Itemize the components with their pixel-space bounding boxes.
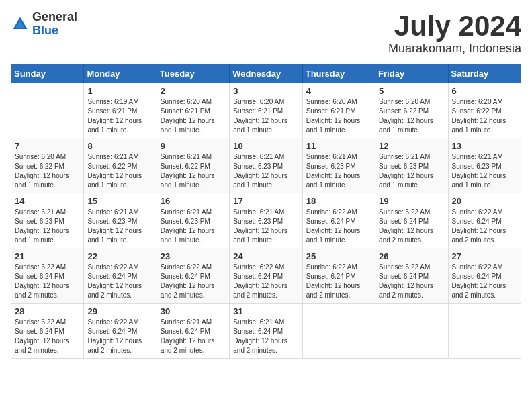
- day-info: Sunrise: 6:20 AMSunset: 6:22 PMDaylight:…: [15, 152, 80, 190]
- weekday-header-thursday: Thursday: [302, 64, 375, 83]
- day-number: 20: [452, 196, 517, 206]
- calendar-cell: 17Sunrise: 6:21 AMSunset: 6:23 PMDayligh…: [230, 193, 302, 248]
- day-number: 18: [306, 196, 371, 206]
- calendar-cell: 25Sunrise: 6:22 AMSunset: 6:24 PMDayligh…: [302, 248, 375, 304]
- day-number: 5: [379, 86, 444, 96]
- calendar-cell: 12Sunrise: 6:21 AMSunset: 6:23 PMDayligh…: [375, 138, 448, 193]
- day-info: Sunrise: 6:20 AMSunset: 6:22 PMDaylight:…: [379, 97, 444, 135]
- day-number: 2: [161, 86, 226, 96]
- calendar-cell: 13Sunrise: 6:21 AMSunset: 6:23 PMDayligh…: [448, 138, 521, 193]
- day-number: 29: [87, 306, 152, 316]
- day-number: 27: [452, 251, 517, 261]
- day-info: Sunrise: 6:22 AMSunset: 6:24 PMDaylight:…: [452, 263, 517, 300]
- weekday-header-monday: Monday: [84, 64, 157, 83]
- day-info: Sunrise: 6:22 AMSunset: 6:24 PMDaylight:…: [233, 263, 298, 300]
- day-number: 28: [15, 306, 80, 316]
- day-number: 19: [379, 196, 444, 206]
- day-info: Sunrise: 6:21 AMSunset: 6:24 PMDaylight:…: [161, 318, 226, 355]
- day-info: Sunrise: 6:20 AMSunset: 6:22 PMDaylight:…: [452, 97, 517, 135]
- day-info: Sunrise: 6:21 AMSunset: 6:23 PMDaylight:…: [161, 208, 226, 245]
- calendar-cell: 31Sunrise: 6:21 AMSunset: 6:24 PMDayligh…: [230, 304, 302, 359]
- day-info: Sunrise: 6:22 AMSunset: 6:24 PMDaylight:…: [306, 263, 371, 300]
- logo-blue-text: Blue: [32, 24, 77, 38]
- calendar-cell: 14Sunrise: 6:21 AMSunset: 6:23 PMDayligh…: [11, 193, 84, 248]
- day-number: 17: [233, 196, 298, 206]
- calendar-cell: 8Sunrise: 6:21 AMSunset: 6:22 PMDaylight…: [84, 138, 157, 193]
- day-info: Sunrise: 6:22 AMSunset: 6:24 PMDaylight:…: [452, 208, 517, 245]
- day-number: 9: [161, 141, 226, 151]
- day-number: 10: [233, 141, 298, 151]
- calendar-cell: 1Sunrise: 6:19 AMSunset: 6:21 PMDaylight…: [84, 83, 157, 138]
- day-info: Sunrise: 6:22 AMSunset: 6:24 PMDaylight:…: [87, 263, 152, 300]
- weekday-header-friday: Friday: [375, 64, 448, 83]
- day-number: 8: [87, 141, 152, 151]
- day-number: 21: [15, 251, 80, 261]
- day-info: Sunrise: 6:20 AMSunset: 6:21 PMDaylight:…: [233, 97, 298, 135]
- day-number: 30: [161, 306, 226, 316]
- calendar-cell: 3Sunrise: 6:20 AMSunset: 6:21 PMDaylight…: [230, 83, 302, 138]
- calendar-cell: 24Sunrise: 6:22 AMSunset: 6:24 PMDayligh…: [230, 248, 302, 304]
- day-number: 15: [87, 196, 152, 206]
- day-info: Sunrise: 6:19 AMSunset: 6:21 PMDaylight:…: [87, 97, 152, 135]
- calendar-cell: [375, 304, 448, 359]
- weekday-header-saturday: Saturday: [448, 64, 521, 83]
- day-info: Sunrise: 6:21 AMSunset: 6:23 PMDaylight:…: [452, 152, 517, 190]
- calendar-header-row: SundayMondayTuesdayWednesdayThursdayFrid…: [11, 64, 521, 83]
- calendar-cell: 21Sunrise: 6:22 AMSunset: 6:24 PMDayligh…: [11, 248, 84, 304]
- month-year-title: July 2024: [388, 11, 521, 42]
- day-number: 22: [87, 251, 152, 261]
- day-number: 14: [15, 196, 80, 206]
- day-info: Sunrise: 6:20 AMSunset: 6:21 PMDaylight:…: [306, 97, 371, 135]
- calendar-cell: [11, 83, 84, 138]
- day-number: 4: [306, 86, 371, 96]
- calendar-cell: [302, 304, 375, 359]
- calendar-week-2: 7Sunrise: 6:20 AMSunset: 6:22 PMDaylight…: [11, 138, 521, 193]
- day-number: 31: [233, 306, 298, 316]
- day-number: 23: [161, 251, 226, 261]
- calendar-cell: 9Sunrise: 6:21 AMSunset: 6:22 PMDaylight…: [157, 138, 229, 193]
- location-subtitle: Muarakomam, Indonesia: [388, 42, 521, 56]
- calendar-cell: 4Sunrise: 6:20 AMSunset: 6:21 PMDaylight…: [302, 83, 375, 138]
- day-info: Sunrise: 6:22 AMSunset: 6:24 PMDaylight:…: [306, 208, 371, 245]
- calendar-cell: 16Sunrise: 6:21 AMSunset: 6:23 PMDayligh…: [157, 193, 229, 248]
- calendar-cell: 28Sunrise: 6:22 AMSunset: 6:24 PMDayligh…: [11, 304, 84, 359]
- day-info: Sunrise: 6:22 AMSunset: 6:24 PMDaylight:…: [379, 208, 444, 245]
- day-info: Sunrise: 6:20 AMSunset: 6:21 PMDaylight:…: [161, 97, 226, 135]
- day-info: Sunrise: 6:21 AMSunset: 6:23 PMDaylight:…: [233, 152, 298, 190]
- calendar-week-3: 14Sunrise: 6:21 AMSunset: 6:23 PMDayligh…: [11, 193, 521, 248]
- calendar-cell: 5Sunrise: 6:20 AMSunset: 6:22 PMDaylight…: [375, 83, 448, 138]
- calendar-table: SundayMondayTuesdayWednesdayThursdayFrid…: [11, 64, 521, 359]
- calendar-cell: 27Sunrise: 6:22 AMSunset: 6:24 PMDayligh…: [448, 248, 521, 304]
- logo: General Blue: [11, 11, 77, 38]
- logo-icon: [11, 15, 30, 34]
- day-info: Sunrise: 6:22 AMSunset: 6:24 PMDaylight:…: [15, 263, 80, 300]
- day-info: Sunrise: 6:22 AMSunset: 6:24 PMDaylight:…: [161, 263, 226, 300]
- weekday-header-wednesday: Wednesday: [230, 64, 302, 83]
- day-number: 25: [306, 251, 371, 261]
- day-info: Sunrise: 6:22 AMSunset: 6:24 PMDaylight:…: [379, 263, 444, 300]
- weekday-header-sunday: Sunday: [11, 64, 84, 83]
- day-number: 1: [87, 86, 152, 96]
- calendar-cell: 23Sunrise: 6:22 AMSunset: 6:24 PMDayligh…: [157, 248, 229, 304]
- calendar-cell: 11Sunrise: 6:21 AMSunset: 6:23 PMDayligh…: [302, 138, 375, 193]
- calendar-cell: 18Sunrise: 6:22 AMSunset: 6:24 PMDayligh…: [302, 193, 375, 248]
- day-info: Sunrise: 6:21 AMSunset: 6:23 PMDaylight:…: [306, 152, 371, 190]
- logo-text: General Blue: [32, 11, 77, 38]
- day-number: 7: [15, 141, 80, 151]
- day-info: Sunrise: 6:21 AMSunset: 6:23 PMDaylight:…: [379, 152, 444, 190]
- day-info: Sunrise: 6:21 AMSunset: 6:22 PMDaylight:…: [161, 152, 226, 190]
- day-number: 16: [161, 196, 226, 206]
- calendar-cell: [448, 304, 521, 359]
- calendar-cell: 30Sunrise: 6:21 AMSunset: 6:24 PMDayligh…: [157, 304, 229, 359]
- day-number: 24: [233, 251, 298, 261]
- day-info: Sunrise: 6:21 AMSunset: 6:23 PMDaylight:…: [15, 208, 80, 245]
- calendar-cell: 15Sunrise: 6:21 AMSunset: 6:23 PMDayligh…: [84, 193, 157, 248]
- calendar-cell: 19Sunrise: 6:22 AMSunset: 6:24 PMDayligh…: [375, 193, 448, 248]
- calendar-cell: 10Sunrise: 6:21 AMSunset: 6:23 PMDayligh…: [230, 138, 302, 193]
- title-area: July 2024 Muarakomam, Indonesia: [388, 11, 521, 56]
- day-number: 26: [379, 251, 444, 261]
- day-info: Sunrise: 6:21 AMSunset: 6:24 PMDaylight:…: [233, 318, 298, 355]
- day-number: 12: [379, 141, 444, 151]
- calendar-week-1: 1Sunrise: 6:19 AMSunset: 6:21 PMDaylight…: [11, 83, 521, 138]
- weekday-header-tuesday: Tuesday: [157, 64, 229, 83]
